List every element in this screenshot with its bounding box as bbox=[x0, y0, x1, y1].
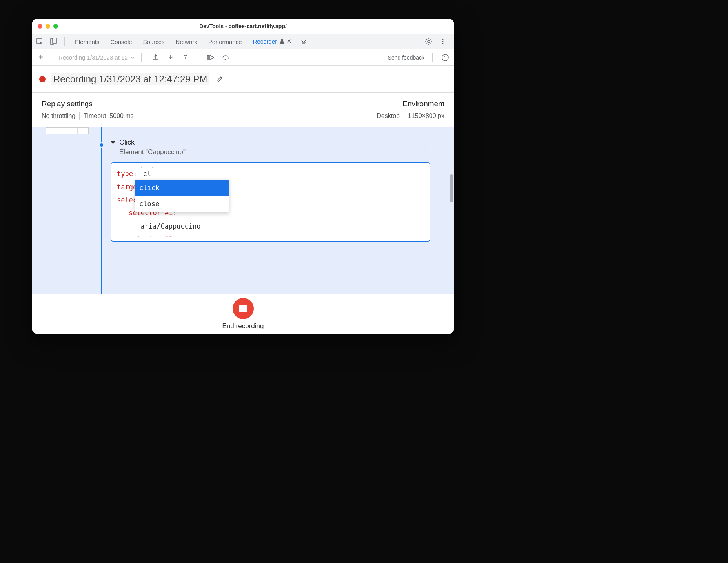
divider bbox=[141, 53, 142, 62]
minimize-window-button[interactable] bbox=[46, 24, 50, 29]
recorder-footer: End recording bbox=[32, 294, 454, 334]
end-recording-button[interactable] bbox=[233, 298, 254, 319]
main-tabbar: Elements Console Sources Network Perform… bbox=[32, 34, 454, 49]
svg-point-8 bbox=[224, 59, 226, 60]
tab-performance[interactable]: Performance bbox=[203, 34, 248, 49]
svg-point-5 bbox=[442, 41, 444, 42]
panel-tabs: Elements Console Sources Network Perform… bbox=[69, 34, 308, 49]
recording-header: Recording 1/31/2023 at 12:47:29 PM bbox=[32, 66, 454, 93]
env-device-value[interactable]: Desktop bbox=[377, 113, 400, 120]
tab-network[interactable]: Network bbox=[170, 34, 203, 49]
devtools-window: DevTools - coffee-cart.netlify.app/ Elem… bbox=[32, 19, 454, 334]
env-viewport-value[interactable]: 1150×800 px bbox=[408, 113, 444, 120]
tab-recorder-label: Recorder bbox=[253, 38, 277, 45]
step-title: Click bbox=[119, 138, 135, 147]
tab-console[interactable]: Console bbox=[105, 34, 138, 49]
divider bbox=[52, 53, 52, 62]
close-window-button[interactable] bbox=[38, 24, 42, 29]
step-card: Click Element "Cappuccino" ⋮ type: cl ta… bbox=[111, 138, 430, 242]
step-subtitle: Element "Cappuccino" bbox=[119, 148, 430, 156]
replay-settings-title: Replay settings bbox=[42, 100, 134, 108]
divider bbox=[79, 112, 80, 120]
autocomplete-option-click[interactable]: click bbox=[135, 180, 229, 196]
environment-title: Environment bbox=[377, 100, 444, 108]
recording-selector-label: Recording 1/31/2023 at 12 bbox=[58, 54, 128, 61]
step-over-icon[interactable] bbox=[221, 53, 231, 62]
screenshot-thumbnail[interactable] bbox=[46, 127, 89, 134]
timeout-value[interactable]: Timeout: 5000 ms bbox=[84, 113, 133, 120]
step-editor[interactable]: type: cl target selectors selector #1: a… bbox=[111, 162, 430, 242]
timeline-step-dot[interactable] bbox=[99, 142, 104, 148]
selector1-value[interactable]: aria/Cappuccino bbox=[117, 220, 424, 233]
divider bbox=[64, 37, 65, 46]
divider bbox=[404, 112, 404, 120]
recorder-toolbar: + Recording 1/31/2023 at 12 Send feedbac… bbox=[32, 49, 454, 66]
autocomplete-option-close[interactable]: close bbox=[135, 196, 229, 212]
replay-icon[interactable] bbox=[206, 53, 216, 62]
timeline-line bbox=[101, 127, 102, 294]
type-key: type bbox=[117, 170, 133, 178]
import-icon[interactable] bbox=[166, 53, 175, 62]
svg-rect-2 bbox=[53, 38, 56, 44]
editor-line-selector2: selector #2 bbox=[117, 233, 424, 237]
step-header[interactable]: Click bbox=[111, 138, 430, 147]
svg-rect-7 bbox=[207, 55, 209, 60]
recording-indicator-icon bbox=[39, 76, 46, 82]
svg-point-6 bbox=[442, 43, 444, 44]
more-tabs-icon[interactable] bbox=[299, 37, 308, 46]
recording-selector[interactable]: Recording 1/31/2023 at 12 bbox=[58, 54, 135, 61]
send-feedback-link[interactable]: Send feedback bbox=[388, 54, 424, 61]
export-icon[interactable] bbox=[151, 53, 160, 62]
close-tab-icon[interactable] bbox=[287, 39, 291, 43]
edit-title-icon[interactable] bbox=[215, 74, 224, 84]
svg-rect-0 bbox=[37, 38, 42, 44]
caret-down-icon bbox=[111, 141, 115, 144]
type-input[interactable]: cl bbox=[141, 167, 153, 181]
svg-point-3 bbox=[428, 40, 430, 43]
window-title: DevTools - coffee-cart.netlify.app/ bbox=[32, 23, 454, 29]
delete-icon[interactable] bbox=[181, 53, 190, 62]
kebab-menu-icon[interactable] bbox=[438, 37, 448, 46]
divider bbox=[198, 53, 198, 62]
tab-recorder[interactable]: Recorder bbox=[248, 34, 297, 49]
inspect-element-icon[interactable] bbox=[35, 37, 45, 46]
scrollbar-thumb[interactable] bbox=[450, 174, 453, 202]
end-recording-label: End recording bbox=[222, 322, 264, 330]
recording-title[interactable]: Recording 1/31/2023 at 12:47:29 PM bbox=[51, 73, 209, 85]
step-menu-icon[interactable]: ⋮ bbox=[422, 142, 430, 151]
editor-line-type: type: cl bbox=[117, 167, 424, 181]
settings-icon[interactable] bbox=[424, 37, 433, 46]
help-icon[interactable]: ? bbox=[440, 53, 450, 62]
stop-icon bbox=[239, 305, 247, 312]
chevron-down-icon bbox=[130, 55, 135, 60]
tab-elements[interactable]: Elements bbox=[69, 34, 105, 49]
tab-sources[interactable]: Sources bbox=[138, 34, 170, 49]
flask-icon bbox=[279, 38, 285, 44]
svg-point-4 bbox=[442, 39, 444, 40]
selector2-key: selector #2 bbox=[129, 235, 173, 237]
throttling-value[interactable]: No throttling bbox=[42, 113, 75, 120]
traffic-lights bbox=[38, 24, 58, 29]
maximize-window-button[interactable] bbox=[53, 24, 58, 29]
divider bbox=[432, 53, 433, 62]
steps-area: Click Element "Cappuccino" ⋮ type: cl ta… bbox=[32, 127, 454, 294]
settings-row: Replay settings No throttling Timeout: 5… bbox=[32, 93, 454, 127]
new-recording-button[interactable]: + bbox=[36, 53, 46, 62]
autocomplete-popup: click close bbox=[135, 180, 229, 212]
window-titlebar: DevTools - coffee-cart.netlify.app/ bbox=[32, 19, 454, 34]
svg-text:?: ? bbox=[444, 55, 446, 60]
device-toggle-icon[interactable] bbox=[49, 37, 58, 46]
